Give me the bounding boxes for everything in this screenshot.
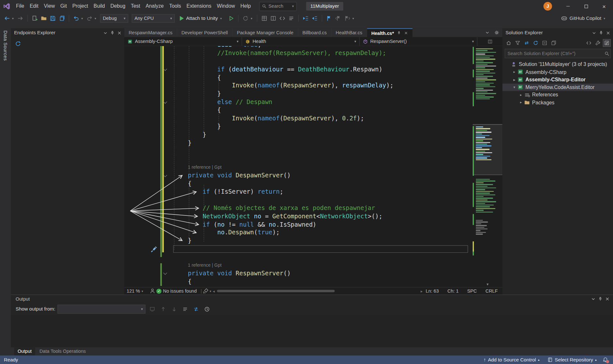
menu-debug[interactable]: Debug (108, 0, 128, 12)
refresh-icon[interactable] (15, 41, 21, 47)
type-dropdown[interactable]: Health ▾ (242, 37, 360, 46)
redo-icon[interactable] (86, 14, 93, 22)
solution-tree-item[interactable]: Solution '11Multiplayer' (3 of 3 project… (502, 61, 613, 68)
save-icon[interactable] (49, 14, 57, 22)
properties-icon[interactable] (594, 39, 601, 46)
code-line[interactable]: } (124, 139, 473, 147)
indent-icon[interactable] (302, 14, 310, 22)
document-tab[interactable]: Package Manager Console (233, 28, 298, 37)
chevron-down-icon[interactable]: ▾ (95, 17, 98, 20)
tree-expand-arrow-icon[interactable]: ▸ (511, 77, 517, 81)
solution-search-input[interactable] (505, 51, 603, 56)
code-line[interactable]: else // Despawn (124, 98, 473, 106)
close-button[interactable]: × (595, 0, 613, 12)
code-line[interactable]: } (124, 90, 473, 98)
github-copilot-button[interactable]: GitHub Copilot ▾ (561, 15, 610, 22)
search-icon[interactable] (603, 50, 610, 57)
spaces-indicator[interactable]: SPC (467, 288, 477, 294)
solution-tree-item[interactable]: ▾MerryYellow.CodeAssist.Editor (502, 83, 613, 91)
new-file-icon[interactable] (31, 14, 38, 22)
code-line[interactable] (124, 155, 473, 163)
solution-search-box[interactable] (505, 49, 611, 58)
previous-bookmark-icon[interactable] (335, 14, 342, 22)
go-to-message-icon[interactable] (148, 305, 157, 313)
outdent-icon[interactable] (311, 14, 319, 22)
toggle-timestamps-icon[interactable] (203, 305, 211, 313)
add-to-source-control-button[interactable]: ↑ Add to Source Control ▴ (480, 357, 543, 362)
quick-action-screwdriver-icon[interactable] (150, 246, 157, 253)
minimize-button[interactable]: ─ (559, 0, 577, 12)
pin-icon[interactable] (397, 31, 401, 35)
inline-edit-box[interactable] (173, 245, 468, 253)
code-line[interactable]: if (!IsServer) return; (124, 188, 473, 196)
menu-tools[interactable]: Tools (166, 0, 184, 12)
horizontal-scrollbar[interactable] (216, 289, 419, 293)
fold-chevron-icon[interactable] (163, 271, 167, 275)
view-code-icon[interactable] (585, 39, 592, 46)
code-line[interactable]: 1 reference | Gpt (124, 163, 473, 171)
solution-tree-item[interactable]: ▸Assembly-CSharp (502, 68, 613, 76)
zoom-dropdown[interactable]: 121 % ▾ (127, 288, 145, 294)
save-all-icon[interactable] (58, 14, 66, 22)
solution-platform-dropdown[interactable]: Any CPU ▾ (132, 14, 175, 23)
code-line[interactable]: { (124, 106, 473, 114)
line-ending-indicator[interactable]: CRLF (485, 288, 498, 294)
bookmark-icon[interactable] (325, 14, 333, 22)
menu-window[interactable]: Window (214, 0, 238, 12)
tree-expand-arrow-icon[interactable]: ▾ (511, 85, 517, 89)
code-line[interactable]: //Invoke(nameof(RespawnServer), respawnD… (124, 49, 473, 57)
code-cleanup-icon[interactable] (202, 287, 210, 295)
close-icon[interactable] (404, 31, 408, 35)
undo-icon[interactable] (72, 14, 80, 22)
maximize-button[interactable] (577, 0, 595, 12)
code-line[interactable] (124, 196, 473, 204)
menu-file[interactable]: File (13, 0, 27, 12)
next-bookmark-icon[interactable] (344, 14, 351, 22)
tree-expand-arrow-icon[interactable]: ▸ (518, 101, 524, 104)
pin-icon[interactable] (109, 29, 116, 36)
tree-expand-arrow-icon[interactable]: ▸ (511, 70, 517, 74)
split-editor-icon[interactable] (486, 38, 493, 45)
chevron-down-icon[interactable]: ▾ (210, 289, 213, 293)
scrollbar-thumb[interactable] (217, 290, 335, 292)
code-line[interactable]: if (no != null && no.IsSpawned) (124, 221, 473, 229)
data-sources-tab[interactable]: Data Sources (3, 30, 8, 61)
output-tab[interactable]: Data Tools Operations (36, 347, 89, 356)
tab-settings-icon[interactable] (493, 29, 500, 36)
close-icon[interactable] (604, 295, 611, 303)
code-line[interactable]: Invoke(nameof(DespawnServer), 0.2f); (124, 115, 473, 123)
code-line[interactable]: NetworkObject no = GetComponent<NetworkO… (124, 212, 473, 220)
code-line[interactable]: dead = true; (124, 46, 473, 49)
select-repository-button[interactable]: Select Repository ▴ (544, 357, 600, 362)
close-icon[interactable] (116, 29, 123, 36)
code-line[interactable]: { (124, 74, 473, 82)
minimap-scroll-down-icon[interactable]: ▾ (473, 282, 502, 286)
fold-chevron-icon[interactable] (163, 67, 167, 71)
code-line[interactable]: Invoke(nameof(RespawnServer), respawnDel… (124, 82, 473, 90)
pin-icon[interactable] (597, 295, 604, 303)
chevron-down-icon[interactable]: ▾ (352, 17, 356, 20)
menu-extensions[interactable]: Extensions (184, 0, 214, 12)
menu-test[interactable]: Test (128, 0, 143, 12)
window-position-icon[interactable] (590, 295, 597, 303)
chevron-down-icon[interactable]: ▾ (12, 17, 15, 20)
document-tab[interactable]: Billboard.cs (298, 28, 331, 37)
document-tab[interactable]: Health.cs* (367, 28, 412, 37)
attach-to-unity-button[interactable]: Attach to Unity ▾ (177, 14, 226, 23)
code-line[interactable]: private void RespawnServer() (124, 270, 473, 278)
code-line[interactable]: no.Despawn(true); (124, 229, 473, 237)
solution-configuration-dropdown[interactable]: Debug ▾ (100, 14, 128, 23)
split-window-icon[interactable] (269, 14, 277, 22)
document-tab[interactable]: Developer PowerShell (177, 28, 233, 37)
window-position-icon[interactable] (102, 29, 109, 36)
document-tab[interactable]: HealthBar.cs (331, 28, 367, 37)
code-line[interactable]: } (124, 237, 473, 245)
output-tab[interactable]: Output (14, 347, 35, 356)
codelens-references[interactable]: 1 reference | Gpt (173, 261, 222, 270)
start-without-debugging-icon[interactable] (227, 14, 235, 22)
code-viewport[interactable]: dead = true;//Invoke(nameof(RespawnServe… (124, 46, 473, 287)
switch-views-icon[interactable] (603, 39, 610, 46)
next-message-icon[interactable] (170, 305, 178, 313)
menu-help[interactable]: Help (238, 0, 254, 12)
code-line[interactable] (124, 57, 473, 65)
